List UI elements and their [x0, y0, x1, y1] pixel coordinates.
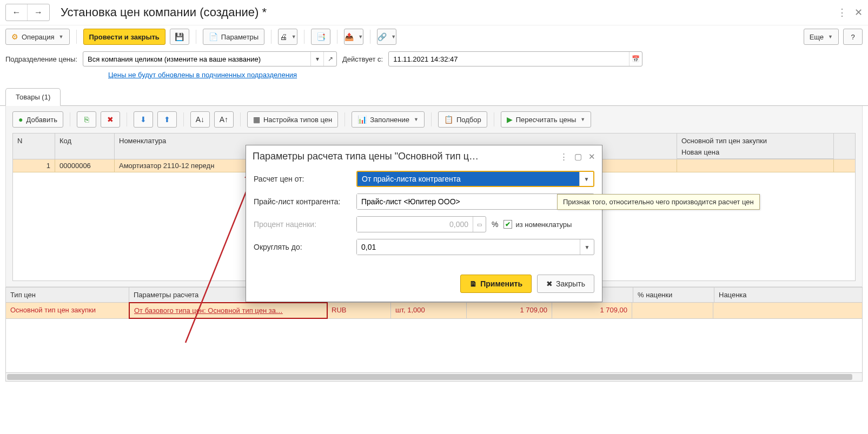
- chevron-down-icon: ▼: [391, 34, 396, 39]
- markup-input[interactable]: [357, 217, 473, 232]
- pct-label: %: [492, 220, 498, 229]
- post-close-label: Провести и закрыть: [89, 33, 160, 41]
- sort-asc-button[interactable]: A↓: [190, 111, 210, 128]
- cell2-type: Основной тип цен закупки: [6, 303, 129, 318]
- sort-asc-icon: A↓: [196, 115, 204, 124]
- col-main: Основной тип цен закупки Новая цена: [677, 133, 834, 159]
- save-button[interactable]: 💾: [170, 29, 189, 45]
- col-n: N: [13, 133, 55, 159]
- tooltip: Признак того, относительно чего производ…: [557, 194, 760, 210]
- params-button[interactable]: 📄 Параметры: [203, 29, 264, 45]
- round-input[interactable]: [357, 239, 580, 255]
- move-up-button[interactable]: ⬆: [157, 111, 177, 128]
- cell2-markup: [713, 303, 862, 318]
- types-button[interactable]: ▦ Настройка типов цен: [247, 111, 338, 128]
- recalc-button[interactable]: ▶ Пересчитать цены ▼: [501, 111, 592, 128]
- round-field[interactable]: ▼: [356, 239, 594, 255]
- nav-group: ← →: [5, 4, 50, 21]
- col2-markup: Наценка: [714, 288, 862, 302]
- cell2-unit: шт, 1,000: [391, 303, 467, 318]
- link-button[interactable]: 🔗 ▼: [377, 29, 396, 45]
- calendar-icon[interactable]: 📅: [629, 52, 642, 66]
- close-window-icon[interactable]: ✕: [854, 6, 863, 18]
- operation-label: Операция: [22, 33, 55, 41]
- gear-icon: ⚙: [11, 32, 18, 41]
- chevron-down-icon[interactable]: ▼: [580, 239, 594, 255]
- more-label: Еще: [810, 33, 824, 41]
- plus-icon: ●: [18, 115, 23, 124]
- dialog-maximize-icon[interactable]: ▢: [574, 152, 582, 162]
- post-close-button[interactable]: Провести и закрыть: [83, 29, 165, 45]
- calc-input[interactable]: От прайс-листа контрагента: [357, 172, 579, 186]
- back-button[interactable]: ←: [6, 4, 28, 21]
- division-label: Подразделение цены:: [5, 55, 77, 63]
- params-label: Параметры: [221, 33, 259, 41]
- cell-n: 1: [13, 159, 55, 172]
- params-dialog: Параметры расчета типа цены "Основной ти…: [246, 145, 602, 302]
- duplicate-icon: ⎘: [84, 115, 89, 124]
- round-label: Округлять до:: [254, 243, 356, 251]
- arrow-down-icon: ⬇: [140, 115, 147, 124]
- page-title: Установка цен компании (создание) *: [61, 5, 837, 19]
- cell2-pct: [632, 303, 713, 318]
- horizontal-scrollbar[interactable]: [5, 373, 863, 382]
- dialog-kebab-icon[interactable]: ⋮: [560, 152, 568, 162]
- pricelist-input[interactable]: [357, 194, 566, 209]
- help-button[interactable]: ?: [843, 29, 863, 45]
- col-newprice-label: Новая цена: [681, 148, 829, 156]
- apply-icon: 🗎: [469, 279, 477, 288]
- dialog-title: Параметры расчета типа цены "Основной ти…: [253, 151, 553, 162]
- add-button[interactable]: ● Добавить: [12, 111, 63, 128]
- col2-type: Тип цен: [6, 288, 129, 302]
- sort-desc-button[interactable]: A↑: [214, 111, 234, 128]
- pick-button[interactable]: 📋 Подбор: [438, 111, 487, 128]
- open-icon[interactable]: ↗: [323, 52, 336, 66]
- division-input[interactable]: [83, 52, 310, 66]
- cell2-currency: RUB: [327, 303, 391, 318]
- close-button[interactable]: ✖ Закрыть: [537, 275, 594, 293]
- printer-icon: 🖨: [280, 32, 287, 41]
- cell-newprice[interactable]: [677, 159, 834, 172]
- sort-desc-icon: A↑: [220, 115, 228, 124]
- effective-label: Действует с:: [342, 55, 383, 63]
- chevron-down-icon: ▼: [59, 34, 64, 39]
- grid2-row[interactable]: Основной тип цен закупки От базового тип…: [5, 302, 863, 319]
- delete-row-button[interactable]: ✖: [101, 111, 120, 128]
- division-field[interactable]: ▾ ↗: [83, 51, 337, 66]
- tab-goods[interactable]: Товары (1): [5, 88, 61, 106]
- print-button[interactable]: 🖨 ▼: [278, 29, 297, 45]
- calc-field[interactable]: От прайс-листа контрагента ▼: [356, 171, 594, 187]
- markup-field[interactable]: ▭: [356, 216, 486, 232]
- copy-row-button[interactable]: ⎘: [77, 111, 96, 128]
- play-icon: ▶: [507, 115, 513, 124]
- col-main-label: Основной тип цен закупки: [681, 137, 829, 145]
- cell2-base: 1 709,00: [552, 303, 632, 318]
- link-icon: 🔗: [377, 32, 387, 41]
- operation-button[interactable]: ⚙ Операция ▼: [5, 29, 70, 45]
- cell2-params[interactable]: От базового типа цен: Основной тип цен з…: [129, 302, 328, 319]
- move-down-button[interactable]: ⬇: [134, 111, 153, 128]
- info-link[interactable]: Цены не будут обновлены в подчиненных по…: [108, 70, 297, 83]
- arrow-up-icon: ⬆: [164, 115, 170, 124]
- close-label: Закрыть: [556, 279, 585, 288]
- chevron-down-icon[interactable]: ▼: [579, 172, 593, 186]
- apply-button[interactable]: 🗎 Применить: [460, 275, 532, 293]
- export-icon: 📤: [344, 32, 354, 41]
- from-nomen-label: из номенклатуры: [515, 221, 572, 229]
- forward-button[interactable]: →: [28, 4, 49, 21]
- document-icon: 📄: [209, 32, 218, 41]
- copy-button[interactable]: 📑: [311, 29, 330, 45]
- from-nomen-checkbox[interactable]: ✔: [503, 220, 512, 229]
- fill-button[interactable]: 📊 Заполнение ▼: [352, 111, 425, 128]
- calculator-icon[interactable]: ▭: [473, 217, 486, 232]
- kebab-icon[interactable]: ⋮: [837, 6, 847, 18]
- more-button[interactable]: Еще ▼: [804, 29, 839, 45]
- scroll-thumb[interactable]: [7, 374, 852, 380]
- export-button[interactable]: 📤 ▼: [344, 29, 363, 45]
- apply-label: Применить: [480, 279, 522, 288]
- dropdown-icon[interactable]: ▾: [310, 52, 323, 66]
- effective-input[interactable]: [389, 52, 629, 66]
- col2-pct: % наценки: [633, 288, 714, 302]
- effective-field[interactable]: 📅: [388, 51, 642, 66]
- dialog-close-icon[interactable]: ✕: [588, 152, 595, 162]
